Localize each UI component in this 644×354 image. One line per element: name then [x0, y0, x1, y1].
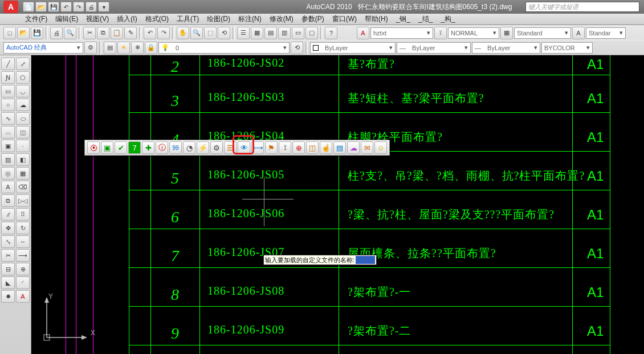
join-icon[interactable]: ⊕	[16, 263, 30, 275]
sheet-set-icon[interactable]: ▥	[278, 27, 291, 39]
ellipse-icon[interactable]: ⬭	[16, 112, 30, 125]
hatch-icon[interactable]: ▨	[1, 153, 15, 166]
table-style-icon[interactable]: ▦	[500, 27, 513, 39]
point-icon[interactable]: ·	[16, 140, 30, 152]
open-icon[interactable]: 📂	[35, 2, 47, 12]
mtext-icon[interactable]: A	[1, 181, 15, 193]
line-icon[interactable]: ╱	[1, 58, 15, 70]
plug-ok-icon[interactable]: ✔	[115, 141, 127, 154]
spline-icon[interactable]: ∿	[1, 112, 15, 125]
gradient-icon[interactable]: ◧	[16, 153, 30, 166]
extend-icon[interactable]: ⟶	[16, 249, 30, 262]
lineweight-dropdown[interactable]: — ByLayer	[472, 42, 540, 54]
plug-tool1-icon[interactable]: ⟟	[279, 141, 291, 154]
tool-palettes-icon[interactable]: ▤	[264, 27, 277, 39]
zoom-prev-icon[interactable]: ⟲	[218, 27, 230, 39]
font-style-dropdown[interactable]: hztxt	[370, 27, 433, 39]
plug-gear-icon[interactable]: ⚙	[210, 141, 223, 154]
plot-button-icon[interactable]: 🖨	[50, 27, 63, 39]
region-icon[interactable]: ◎	[1, 167, 15, 180]
dim-style-icon[interactable]: ⟟	[434, 27, 447, 39]
plug-plus-icon[interactable]: ✚	[142, 141, 154, 154]
menu-insert[interactable]: 插入(I)	[115, 14, 139, 24]
arc-icon[interactable]: ◡	[16, 85, 30, 97]
text-style-dropdown[interactable]: Standar	[586, 27, 626, 39]
preview-button-icon[interactable]: 🔍	[64, 27, 76, 39]
rotate-icon[interactable]: ↻	[16, 222, 30, 234]
markup-icon[interactable]: ▭	[292, 27, 304, 39]
trim-icon[interactable]: ✂	[1, 249, 15, 262]
menu-dimension[interactable]: 标注(N)	[236, 14, 264, 24]
new-icon[interactable]: 📄	[23, 2, 34, 12]
calc-icon[interactable]: ▢	[305, 27, 318, 39]
layer-lock-icon[interactable]: 🔒	[145, 42, 157, 54]
properties-icon[interactable]: ☰	[237, 27, 250, 39]
workspace-dropdown[interactable]: AutoCAD 经典	[3, 42, 83, 54]
erase-icon[interactable]: ⌫	[16, 181, 30, 193]
plug-smile-icon[interactable]: ☺	[374, 141, 387, 154]
layer-dropdown[interactable]: 💡 0	[158, 42, 290, 54]
redo-icon[interactable]: ↷	[73, 2, 84, 12]
plugin-toolbar-close-icon[interactable]: ×	[387, 135, 390, 141]
plug-check-green-icon[interactable]: ▣	[101, 141, 113, 154]
plug-hand-icon[interactable]: ☝	[320, 141, 332, 154]
table-style-dropdown[interactable]: Standard	[514, 27, 571, 39]
plug-target-icon[interactable]: ⦿	[87, 141, 100, 154]
plotstyle-dropdown[interactable]: BYCOLOR	[541, 42, 593, 54]
mirror-icon[interactable]: ▷◁	[16, 194, 30, 207]
menu-file[interactable]: 文件(F)	[23, 14, 50, 24]
menu-parametric[interactable]: 参数(P)	[299, 14, 327, 24]
menu-format[interactable]: 格式(O)	[143, 14, 171, 24]
menu-structure[interactable]: _结_	[416, 14, 435, 24]
tooltip-input-field[interactable]	[356, 256, 375, 264]
redo-button-icon[interactable]: ↷	[157, 27, 170, 39]
text-icon[interactable]: A	[16, 290, 30, 303]
text-style2-icon[interactable]: A	[572, 27, 585, 39]
explode-icon[interactable]: ✸	[1, 290, 15, 303]
insert-block-icon[interactable]: ◫	[16, 126, 30, 139]
layer-on-icon[interactable]: ☀	[117, 42, 130, 54]
zoom-window-icon[interactable]: ⬚	[204, 27, 217, 39]
app-logo-icon[interactable]: A	[3, 1, 18, 13]
help-search-input[interactable]: 键入关键字或短语	[525, 2, 639, 12]
save-button-icon[interactable]: 💾	[31, 27, 43, 39]
plug-mail-icon[interactable]: ✉	[361, 141, 373, 154]
plug-cloud-icon[interactable]: ☁	[347, 141, 360, 154]
pline-icon[interactable]: Ɲ	[1, 71, 15, 84]
offset-icon[interactable]: ⫽	[1, 208, 15, 221]
linetype-dropdown[interactable]: — ByLayer	[397, 42, 471, 54]
menu-tools[interactable]: 工具(T)	[174, 14, 201, 24]
fillet-icon[interactable]: ◜	[16, 276, 30, 289]
menu-steel[interactable]: _钢_	[394, 14, 413, 24]
layer-prev-icon[interactable]: ⟲	[291, 42, 303, 54]
open-button-icon[interactable]: 📂	[17, 27, 30, 39]
break-icon[interactable]: ⊟	[1, 263, 15, 275]
chamfer-icon[interactable]: ◣	[1, 276, 15, 289]
menu-modify[interactable]: 修改(M)	[267, 14, 296, 24]
layer-freeze-icon[interactable]: ❄	[131, 42, 144, 54]
match-button-icon[interactable]: ✎	[124, 27, 137, 39]
plug-doc-icon[interactable]: ▤	[333, 141, 346, 154]
plug-99-icon[interactable]: 99	[169, 141, 182, 154]
plug-bolt-icon[interactable]: ⚡	[197, 141, 209, 154]
menu-frame[interactable]: _构_	[438, 14, 457, 24]
plug-crosshair-icon[interactable]: ⊕	[292, 141, 305, 154]
circle-icon[interactable]: ○	[1, 99, 15, 111]
array-icon[interactable]: ⠿	[16, 208, 30, 221]
stretch-icon[interactable]: ↔	[16, 235, 30, 248]
undo-button-icon[interactable]: ↶	[144, 27, 156, 39]
copy-button-icon[interactable]: ⧉	[97, 27, 109, 39]
table-icon[interactable]: ▦	[16, 167, 30, 180]
text-style-icon[interactable]: A	[357, 27, 369, 39]
plug-layers-icon[interactable]: ◫	[306, 141, 319, 154]
qat-dropdown-icon[interactable]: ▾	[98, 2, 109, 12]
plug-seven-icon[interactable]: 7	[128, 141, 141, 154]
dim-style-dropdown[interactable]: NORMAL	[448, 27, 499, 39]
polygon-icon[interactable]: ⬠	[16, 71, 30, 84]
layer-props-icon[interactable]: ▤	[104, 42, 116, 54]
plug-info-icon[interactable]: ⓘ	[156, 141, 168, 154]
menu-window[interactable]: 窗口(W)	[330, 14, 359, 24]
print-icon[interactable]: 🖨	[85, 2, 97, 12]
help-icon[interactable]: ?	[325, 27, 337, 39]
zoom-rt-icon[interactable]: 🔍	[190, 27, 203, 39]
